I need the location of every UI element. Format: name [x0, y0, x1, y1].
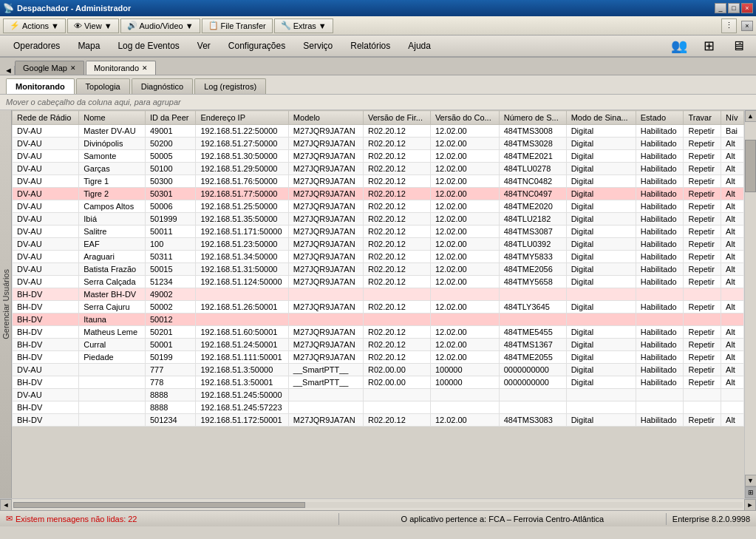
contacts-icon-btn[interactable]: 👥: [667, 35, 691, 56]
table-row[interactable]: DV-AUBatista Frazão50015192.168.51.31:50…: [13, 263, 744, 276]
tab-monitorando-close[interactable]: ✕: [142, 64, 148, 72]
table-cell: Alt: [721, 326, 744, 339]
col-travar[interactable]: Travar: [684, 111, 721, 125]
table-row[interactable]: DV-AUSamonte50005192.168.51.30:50000M27J…: [13, 150, 744, 163]
table-row[interactable]: BH-DVMatheus Leme50201192.168.51.60:5000…: [13, 326, 744, 339]
table-row[interactable]: BH-DV778192.168.51.3:50001__SmartPTT__R0…: [13, 376, 744, 389]
menu-ver[interactable]: Ver: [190, 38, 218, 54]
table-row[interactable]: DV-AUTigre 150300192.168.51.76:50000M27J…: [13, 175, 744, 188]
sidebar[interactable]: Gerenciar Usuários: [0, 110, 12, 498]
table-cell: Habilitado: [636, 364, 684, 376]
table-row[interactable]: BH-DVItauna50012: [13, 313, 744, 326]
col-estado[interactable]: Estado: [636, 111, 684, 125]
table-cell: 192.168.51.30:50000: [196, 150, 288, 163]
monitor-icon-btn[interactable]: 🖥: [726, 35, 750, 56]
hscroll-right-btn[interactable]: ►: [744, 499, 756, 511]
col-endereco-ip[interactable]: Endereço IP: [196, 111, 288, 125]
minimize-button[interactable]: _: [715, 3, 726, 13]
table-row[interactable]: DV-AUEAF100192.168.51.23:50000M27JQR9JA7…: [13, 238, 744, 251]
table-row[interactable]: BH-DVPiedade50199192.168.51.111:50001M27…: [13, 351, 744, 364]
menu-operadores[interactable]: Operadores: [6, 38, 67, 54]
tab-monitorando[interactable]: Monitorando ✕: [86, 61, 156, 75]
col-id-peer[interactable]: ID da Peer: [145, 111, 196, 125]
table-row[interactable]: DV-AUCampos Altos50006192.168.51.25:5000…: [13, 200, 744, 213]
menu-relatorios[interactable]: Relatórios: [343, 38, 398, 54]
menu-mapa[interactable]: Mapa: [70, 38, 107, 54]
scroll-thumb[interactable]: [745, 140, 756, 193]
hscroll-thumb[interactable]: [13, 502, 305, 508]
menu-ajuda[interactable]: Ajuda: [401, 38, 438, 54]
col-nivel[interactable]: Nív: [721, 111, 744, 125]
table-cell: Itauna: [79, 313, 146, 326]
menu-configuracoes[interactable]: Configurações: [221, 38, 293, 54]
file-transfer-button[interactable]: 📋 File Transfer: [202, 18, 273, 33]
close-button[interactable]: ×: [741, 3, 753, 13]
col-modelo[interactable]: Modelo: [288, 111, 363, 125]
table-row[interactable]: BH-DVSerra Cajuru50002192.168.51.26:5000…: [13, 301, 744, 313]
table-row[interactable]: DV-AUTigre 250301192.168.51.77:50000M27J…: [13, 188, 744, 200]
extras-button[interactable]: 🔧 Extras ▼: [274, 18, 333, 33]
table-cell: 12.02.00: [430, 138, 499, 150]
table-cell: DV-AU: [13, 213, 79, 226]
menubar: Operadores Mapa Log de Eventos Ver Confi…: [0, 35, 756, 58]
menu-log-eventos[interactable]: Log de Eventos: [110, 38, 186, 54]
scroll-up-btn[interactable]: ▲: [745, 110, 757, 122]
table-row[interactable]: DV-AU777192.168.51.3:50000__SmartPTT__R0…: [13, 364, 744, 376]
scroll-corner[interactable]: ⊞: [745, 487, 757, 498]
toolbar-close-btn[interactable]: ×: [741, 21, 753, 31]
col-numero-s[interactable]: Número de S...: [499, 111, 566, 125]
tab-google-map[interactable]: Google Map ✕: [15, 61, 84, 75]
grid-icon-btn[interactable]: ⊞: [697, 35, 721, 56]
table-cell: DV-AU: [13, 238, 79, 251]
maximize-button[interactable]: □: [728, 3, 740, 13]
audio-video-button[interactable]: 🔊 Audio/Video ▼: [120, 18, 200, 33]
table-cell: 192.168.51.31:50000: [196, 263, 288, 276]
table-body: DV-AUMaster DV-AU49001192.168.51.22:5000…: [13, 125, 744, 427]
toolbar-extra-btn[interactable]: ⋮: [721, 18, 737, 33]
col-nome[interactable]: Nome: [79, 111, 146, 125]
table-row[interactable]: DV-AUSerra Calçada51234192.168.51.124:50…: [13, 276, 744, 288]
table-row[interactable]: DV-AU8888192.168.51.245:50000: [13, 389, 744, 401]
hscrollbar[interactable]: ◄ ►: [0, 498, 756, 510]
col-modo-sinal[interactable]: Modo de Sina...: [566, 111, 636, 125]
table-row[interactable]: BH-DVMaster BH-DV49002: [13, 288, 744, 301]
menu-servico[interactable]: Serviço: [296, 38, 340, 54]
table-row[interactable]: BH-DVCurral50001192.168.51.24:50001M27JQ…: [13, 339, 744, 351]
table-cell: Habilitado: [636, 414, 684, 427]
app-icon: 📡: [3, 3, 14, 13]
hscroll-left-btn[interactable]: ◄: [0, 499, 12, 511]
table-row[interactable]: BH-DV501234192.168.51.172:50001M27JQR9JA…: [13, 414, 744, 427]
tab-inner-log[interactable]: Log (registros): [194, 78, 266, 94]
col-rede-radio[interactable]: Rede de Rádio: [13, 111, 79, 125]
table-row[interactable]: DV-AUAraguari50311192.168.51.34:50000M27…: [13, 251, 744, 263]
tab-collapse-btn[interactable]: ◄: [3, 66, 15, 75]
col-versao-co[interactable]: Versão do Co...: [430, 111, 499, 125]
table-cell: Campos Altos: [79, 200, 146, 213]
table-row[interactable]: DV-AUSalitre50011192.168.51.171:50000M27…: [13, 226, 744, 238]
view-button[interactable]: 👁 View ▼: [67, 18, 119, 33]
vscrollbar[interactable]: ▲ ▼ ⊞: [744, 110, 756, 498]
col-versao-firmware[interactable]: Versão de Fir...: [363, 111, 430, 125]
table-area[interactable]: Rede de Rádio Nome ID da Peer Endereço I…: [12, 110, 744, 498]
table-row[interactable]: DV-AUGarças50100192.168.51.29:50000M27JQ…: [13, 163, 744, 175]
hscroll-track[interactable]: [13, 502, 743, 508]
table-cell: Digital: [566, 188, 636, 200]
table-row[interactable]: DV-AUIbiá501999192.168.51.35:50000M27JQR…: [13, 213, 744, 226]
table-cell: 192.168.51.171:50000: [196, 226, 288, 238]
table-cell: [79, 401, 146, 414]
table-row[interactable]: DV-AUDivinópolis50200192.168.51.27:50000…: [13, 138, 744, 150]
table-row[interactable]: BH-DV8888192.168.51.245:57223: [13, 401, 744, 414]
window-controls[interactable]: _ □ ×: [715, 3, 753, 13]
actions-button[interactable]: ⚡ Actions ▼: [3, 18, 66, 33]
scroll-down-btn[interactable]: ▼: [745, 475, 757, 487]
table-cell: 12.02.00: [430, 163, 499, 175]
tab-google-map-close[interactable]: ✕: [70, 64, 76, 72]
tab-inner-topologia[interactable]: Topologia: [76, 78, 130, 94]
tab-inner-monitorando[interactable]: Monitorando: [6, 78, 75, 94]
scroll-track[interactable]: [745, 122, 756, 475]
table-cell: 484TLY3645: [499, 301, 566, 313]
file-icon: 📋: [208, 21, 219, 30]
table-cell: 484TNC0497: [499, 188, 566, 200]
tab-inner-diagnostico[interactable]: Diagnóstico: [132, 78, 193, 94]
table-row[interactable]: DV-AUMaster DV-AU49001192.168.51.22:5000…: [13, 125, 744, 138]
